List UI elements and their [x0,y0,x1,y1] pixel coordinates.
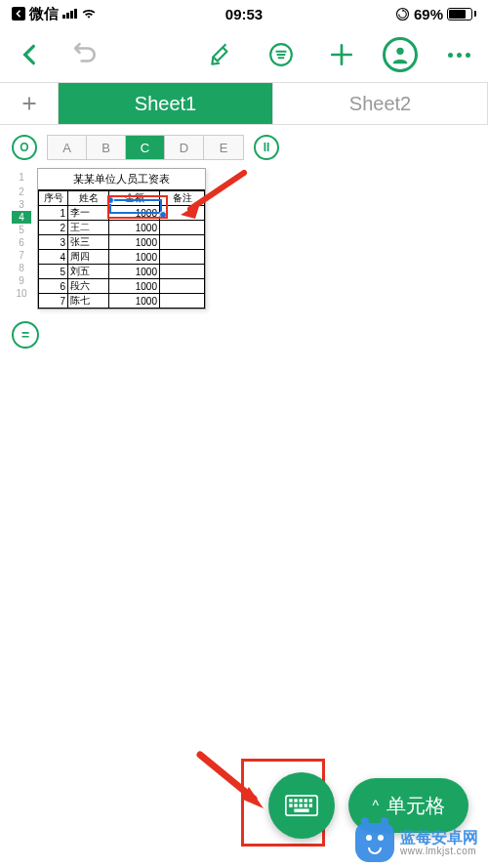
toolbar [0,27,488,82]
table-row[interactable]: 5刘五1000 [39,265,205,279]
th-seq: 序号 [39,191,68,206]
add-sheet-button[interactable] [0,83,59,124]
selection-handle-tl[interactable] [106,196,114,204]
table-title: 某某单位人员工资表 [38,169,205,190]
col-header-e[interactable]: E [204,136,243,159]
carrier-label: 微信 [29,5,59,23]
col-header-a[interactable]: A [48,136,87,159]
keyboard-icon [285,794,318,817]
more-icon [448,53,470,58]
svg-rect-14 [295,808,309,811]
wifi-icon [81,8,97,20]
row-header-4[interactable]: 4 [12,211,31,224]
format-brush-button[interactable] [201,35,240,74]
svg-rect-10 [295,804,298,806]
spreadsheet-area: 1 2 3 4 5 6 7 8 9 10 某某单位人员工资表 序号 姓名 金额 … [0,168,488,310]
row-header-8[interactable]: 8 [12,262,31,274]
svg-rect-4 [290,799,293,802]
watermark-title: 蓝莓安卓网 [400,829,478,847]
th-name: 姓名 [68,191,109,206]
back-button[interactable] [10,35,49,74]
profile-button[interactable] [383,37,418,72]
signal-icon [62,9,77,19]
svg-rect-11 [300,804,303,806]
sheet-content[interactable]: 某某单位人员工资表 序号 姓名 金额 备注 1李一1000 2王二1000 3张… [37,168,206,310]
battery-percent: 69% [414,6,443,22]
add-button[interactable] [322,35,361,74]
more-button[interactable] [439,35,478,74]
svg-rect-13 [309,804,312,806]
row-header-3[interactable]: 3 [12,198,31,211]
table-row[interactable]: 1李一1000 [39,206,205,221]
col-header-b[interactable]: B [87,136,126,159]
watermark: 蓝莓安卓网 www.lmkjst.com [355,823,478,862]
watermark-url: www.lmkjst.com [400,846,478,856]
svg-rect-7 [305,799,307,802]
select-all-handle[interactable]: O [12,135,37,160]
formula-button[interactable]: = [12,321,39,349]
svg-rect-8 [309,799,312,802]
col-header-c[interactable]: C [126,136,165,159]
clock: 09:53 [225,6,263,22]
col-header-d[interactable]: D [165,136,204,159]
row-header-10[interactable]: 10 [12,287,31,300]
svg-rect-5 [295,799,298,802]
svg-point-2 [396,48,403,55]
fab-pill-label: 单元格 [386,793,445,819]
table-row[interactable]: 7陈七1000 [39,294,205,309]
row-header-7[interactable]: 7 [12,249,31,262]
watermark-mascot-icon [355,823,394,862]
undo-button[interactable] [66,35,105,74]
svg-rect-9 [290,804,293,806]
back-indicator-icon [12,7,25,21]
table-row[interactable]: 2王二1000 [39,221,205,235]
tab-sheet1[interactable]: Sheet1 [59,83,273,124]
column-headers: A B C D E [47,135,244,160]
pause-handle[interactable]: II [254,135,279,160]
table-row[interactable]: 4周四1000 [39,250,205,265]
column-strip: O A B C D E II [0,125,488,168]
row-header-1[interactable]: 1 [12,168,31,186]
status-bar: 微信 09:53 69% [0,0,488,27]
sheet-tabs: Sheet1 Sheet2 [0,82,488,125]
row-header-6[interactable]: 6 [12,236,31,249]
keyboard-fab[interactable] [268,772,335,839]
row-header-5[interactable]: 5 [12,224,31,236]
table-row[interactable]: 3张三1000 [39,235,205,250]
tab-sheet2[interactable]: Sheet2 [273,83,488,124]
row-headers: 1 2 3 4 5 6 7 8 9 10 [12,168,31,310]
row-header-2[interactable]: 2 [12,186,31,198]
battery-icon [447,8,476,21]
rotation-lock-icon [395,7,410,21]
data-table: 序号 姓名 金额 备注 1李一1000 2王二1000 3张三1000 4周四1… [38,190,205,309]
chevron-up-icon: ^ [372,798,379,813]
filter-button[interactable] [262,35,301,74]
table-row[interactable]: 6段六1000 [39,279,205,294]
annotation-arrow-fab [190,750,278,818]
svg-rect-12 [305,804,307,806]
status-right: 69% [395,6,476,22]
th-note: 备注 [160,191,205,206]
row-header-9[interactable]: 9 [12,274,31,287]
svg-rect-6 [300,799,303,802]
status-left: 微信 [12,5,97,23]
th-amount: 金额 [109,191,160,206]
selection-handle-br[interactable] [159,211,167,219]
